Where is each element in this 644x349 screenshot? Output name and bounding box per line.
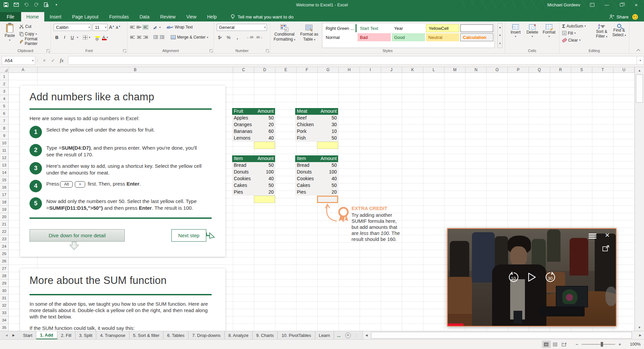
- clipboard-dialog-launcher-icon[interactable]: [47, 49, 50, 52]
- row-header-22[interactable]: 22: [0, 228, 8, 235]
- currency-button[interactable]: $▾: [217, 34, 223, 41]
- page-break-view-button[interactable]: [559, 341, 568, 348]
- row-header-25[interactable]: 25: [0, 250, 8, 257]
- column-header-N[interactable]: N: [466, 67, 487, 72]
- underline-button[interactable]: U: [69, 34, 75, 41]
- row-header-24[interactable]: 24: [0, 243, 8, 250]
- align-left-icon[interactable]: [130, 36, 135, 39]
- video-progress-bar[interactable]: [448, 323, 464, 326]
- row-header-15[interactable]: 15: [0, 176, 8, 184]
- data-table-item-left[interactable]: ItemAmountBread50Donuts100Cookies40Cakes…: [232, 155, 275, 203]
- cell-style-good[interactable]: Good: [392, 33, 425, 41]
- row-header-7[interactable]: 7: [0, 117, 8, 124]
- data-table-meat[interactable]: MeatAmountBeef50Chicken30Pork10Fish50: [295, 108, 338, 149]
- align-center-icon[interactable]: [137, 36, 142, 39]
- middle-align-icon[interactable]: [137, 26, 142, 29]
- sheet-grid[interactable]: Add numbers like a champ Here are some w…: [9, 73, 635, 331]
- zoom-slider[interactable]: [582, 344, 615, 345]
- formula-bar-handle[interactable]: ⋮: [35, 58, 40, 63]
- name-box[interactable]: A54▾: [2, 56, 35, 65]
- cell-style-bad[interactable]: Bad: [358, 33, 391, 41]
- cancel-entry-icon[interactable]: ×: [40, 58, 49, 63]
- gallery-down-icon[interactable]: ▼: [498, 31, 502, 39]
- row-header-12[interactable]: 12: [0, 154, 8, 161]
- zoom-level[interactable]: 100%: [625, 342, 641, 347]
- merge-center-button[interactable]: Merge & Center: [177, 35, 206, 40]
- hscroll-left-icon[interactable]: ◀: [363, 334, 370, 337]
- shrink-font-button[interactable]: A▼: [116, 25, 120, 30]
- percent-button[interactable]: %: [225, 34, 232, 41]
- font-color-button[interactable]: A: [102, 35, 105, 40]
- bold-button[interactable]: B: [54, 34, 60, 41]
- tab-insert[interactable]: Insert: [44, 12, 67, 21]
- cell-style-yellowcell[interactable]: YellowCell: [426, 24, 459, 32]
- row-header-35[interactable]: 35: [0, 324, 8, 331]
- orientation-icon[interactable]: ab: [153, 25, 158, 30]
- smiley-feedback-icon[interactable]: [632, 14, 638, 20]
- zoom-in-button[interactable]: +: [619, 342, 621, 347]
- video-close-icon[interactable]: ✕: [605, 232, 610, 239]
- ribbon-display-options-icon[interactable]: [589, 2, 595, 7]
- sheet-tab-7-drop-downs[interactable]: 7. Drop-downs: [189, 331, 225, 339]
- row-header-11[interactable]: 11: [0, 147, 8, 154]
- font-family-combo[interactable]: Calibri▾: [54, 24, 91, 31]
- row-header-21[interactable]: 21: [0, 220, 8, 228]
- column-header-U[interactable]: U: [613, 67, 635, 72]
- column-header-R[interactable]: R: [550, 67, 571, 72]
- row-header-29[interactable]: 29: [0, 280, 8, 287]
- borders-icon[interactable]: [83, 35, 88, 40]
- cell-style-starttext[interactable]: Start Text: [358, 24, 391, 32]
- delete-cells-button[interactable]: Delete▾: [524, 23, 541, 48]
- orientation-dropdown[interactable]: ▾: [159, 26, 161, 29]
- scroll-down-icon[interactable]: ▼: [635, 324, 644, 331]
- confirm-entry-icon[interactable]: ✓: [49, 58, 57, 63]
- find-select-button[interactable]: Find & Select ▾: [611, 23, 628, 48]
- sheet-tab-1-add[interactable]: 1. Add: [36, 331, 57, 339]
- row-header-28[interactable]: 28: [0, 272, 8, 280]
- row-header-16[interactable]: 16: [0, 184, 8, 191]
- tell-me-box[interactable]: Tell me what you want to do: [231, 12, 293, 21]
- row-header-10[interactable]: 10: [0, 139, 8, 147]
- tab-formulas[interactable]: Formulas: [104, 12, 134, 21]
- sheet-tab-3-split[interactable]: 3. Split: [75, 331, 97, 339]
- tab-home[interactable]: Home: [21, 12, 44, 21]
- align-right-icon[interactable]: [143, 36, 148, 39]
- tab-page-layout[interactable]: Page Layout: [67, 12, 104, 21]
- row-header-3[interactable]: 3: [0, 88, 8, 95]
- scroll-up-icon[interactable]: ▲: [635, 67, 644, 74]
- bottom-align-icon[interactable]: [143, 25, 148, 30]
- expand-formula-bar-icon[interactable]: ▾: [637, 56, 644, 65]
- merge-center-dropdown[interactable]: ▾: [207, 36, 208, 39]
- formula-cell-yellow[interactable]: [254, 142, 275, 149]
- column-header-F[interactable]: F: [297, 67, 318, 72]
- tab-review[interactable]: Review: [155, 12, 181, 21]
- dive-down-button[interactable]: Dive down for more detail: [30, 229, 125, 242]
- column-header-J[interactable]: J: [381, 67, 402, 72]
- collapse-ribbon-icon[interactable]: [637, 49, 640, 52]
- formula-input[interactable]: [68, 56, 637, 65]
- number-dialog-launcher-icon[interactable]: [266, 49, 269, 52]
- row-header-31[interactable]: 31: [0, 294, 8, 302]
- decrease-indent-icon[interactable]: [153, 35, 158, 39]
- increase-decimal-button[interactable]: ←.00: [247, 36, 253, 39]
- alignment-dialog-launcher-icon[interactable]: [210, 49, 213, 52]
- normal-view-button[interactable]: [542, 341, 551, 348]
- cell-style-year[interactable]: Year: [392, 24, 425, 32]
- column-header-G[interactable]: G: [318, 67, 339, 72]
- row-header-6[interactable]: 6: [0, 110, 8, 117]
- sheet-tab-4-transpose[interactable]: 4. Transpose: [96, 331, 129, 339]
- row-header-27[interactable]: 27: [0, 265, 8, 272]
- column-header-S[interactable]: S: [571, 67, 592, 72]
- row-header-33[interactable]: 33: [0, 309, 8, 316]
- column-header-K[interactable]: K: [402, 67, 423, 72]
- row-header-8[interactable]: 8: [0, 124, 8, 132]
- cut-button[interactable]: Cut: [19, 23, 49, 30]
- tab-view[interactable]: View: [181, 12, 202, 21]
- formula-cell-orange[interactable]: [317, 196, 338, 203]
- video-menu-icon[interactable]: [589, 234, 596, 239]
- column-header-M[interactable]: M: [444, 67, 466, 72]
- insert-cells-button[interactable]: Insert▾: [507, 23, 524, 48]
- row-header-20[interactable]: 20: [0, 213, 8, 220]
- grow-font-button[interactable]: A▲: [109, 24, 114, 30]
- format-cells-button[interactable]: Format▾: [541, 23, 557, 48]
